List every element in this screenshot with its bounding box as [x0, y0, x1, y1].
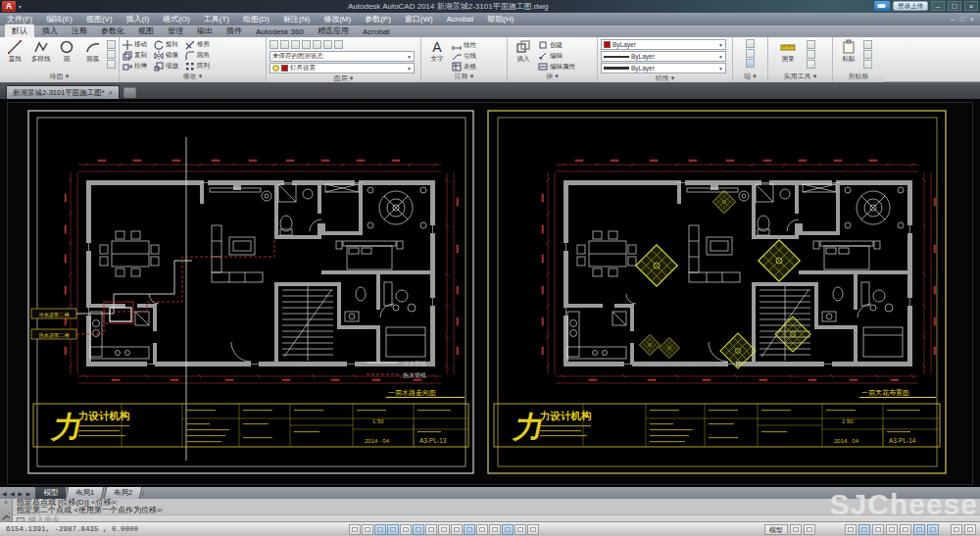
quick-access-dropdown-icon[interactable]: ▾: [19, 3, 22, 10]
infer-constraints-toggle[interactable]: [349, 524, 361, 535]
transparency-toggle[interactable]: [489, 524, 501, 535]
command-close-icon[interactable]: ×: [4, 500, 8, 506]
selection-cycling-toggle[interactable]: [514, 524, 526, 535]
trim-tool-button[interactable]: 修剪: [185, 40, 210, 50]
polar-toggle[interactable]: [400, 524, 412, 535]
layer-prev-icon[interactable]: [334, 40, 343, 49]
leader-button[interactable]: 引线: [452, 51, 476, 61]
panel-label-annotate[interactable]: 注释 ▾: [421, 72, 507, 82]
id-point-icon[interactable]: [807, 60, 815, 69]
autoscale-icon[interactable]: [872, 524, 884, 535]
command-line-window[interactable]: × 指定基点或 [位移(D)] <位移>: 指定第二个点或 <使用第一个点作为位…: [0, 499, 980, 521]
edit-attributes-button[interactable]: 编辑属性: [538, 62, 575, 72]
osnap-toggle[interactable]: [413, 524, 424, 535]
create-block-button[interactable]: 创建: [538, 40, 575, 50]
panel-label-block[interactable]: 块 ▾: [508, 72, 597, 82]
autocad-app-icon[interactable]: A: [2, 1, 16, 12]
ribbon-tab-autodesk360[interactable]: Autodesk 360: [249, 26, 311, 37]
layer-properties-icon[interactable]: [270, 40, 278, 49]
close-button[interactable]: ×: [964, 1, 978, 11]
match-properties-icon[interactable]: [863, 60, 872, 69]
menu-acrobat[interactable]: Acrobat: [440, 15, 481, 24]
annotation-scale-icon[interactable]: [845, 524, 857, 535]
dyn-input-toggle[interactable]: [464, 524, 475, 535]
circle-tool-button[interactable]: 圆: [55, 39, 79, 64]
ribbon-tab-featured-apps[interactable]: 精选应用: [311, 24, 356, 37]
layer-isolate-icon[interactable]: [291, 40, 300, 49]
file-tab-close-icon[interactable]: ×: [109, 89, 113, 96]
layout-nav-icons[interactable]: ◀ ◀ ▶ ▶: [2, 490, 31, 497]
lineweight-toggle[interactable]: [476, 524, 488, 535]
menu-parametric[interactable]: 参数(P): [358, 14, 398, 24]
document-window-controls[interactable]: – □ ×: [951, 16, 976, 23]
minimize-button[interactable]: –: [931, 1, 945, 11]
menu-window[interactable]: 窗口(W): [398, 14, 440, 24]
autodesk360-cloud-icon[interactable]: [874, 1, 890, 11]
mirror-tool-button[interactable]: 镜像: [154, 51, 178, 61]
workspace-switch-icon[interactable]: [886, 524, 898, 535]
ribbon-tab-output[interactable]: 输出: [190, 24, 220, 37]
layer-dropdown[interactable]: 灯具设置▼: [270, 63, 415, 73]
3dosnap-toggle[interactable]: [425, 524, 437, 535]
isolate-objects-icon[interactable]: [913, 524, 925, 535]
ribbon-tab-parametric[interactable]: 参数化: [94, 24, 131, 37]
fillet-tool-button[interactable]: 圆角: [185, 51, 210, 61]
ribbon-tab-acrobat[interactable]: Acrobat: [356, 26, 397, 37]
panel-label-clipboard[interactable]: 剪贴板: [833, 72, 884, 82]
copy-tool-button[interactable]: 复制: [122, 51, 147, 61]
new-drawing-tab-button[interactable]: [123, 87, 136, 98]
polyline-tool-button[interactable]: 多段线: [29, 39, 54, 64]
otrack-toggle[interactable]: [438, 524, 450, 535]
left-sheet-water-plan[interactable]: 冷水进第二楼 热水进第二楼 冷水管线 热水管线 一层水路走向图 力 力设计机构: [27, 110, 474, 474]
quick-view-layouts-icon[interactable]: [804, 524, 815, 535]
layer-off-icon[interactable]: [280, 40, 289, 49]
panel-label-group[interactable]: 组 ▾: [733, 72, 767, 82]
ribbon-tab-manage[interactable]: 管理: [161, 24, 190, 37]
paste-button[interactable]: 粘贴: [836, 39, 861, 64]
layer-state-dropdown[interactable]: 未保存的图层状态▼: [270, 51, 415, 62]
status-overflow-icon[interactable]: [951, 524, 962, 535]
scale-tool-button[interactable]: 缩放: [154, 62, 178, 72]
menu-help[interactable]: 帮助(H): [480, 14, 520, 24]
ribbon-tab-annotate[interactable]: 注释: [65, 24, 94, 37]
restore-button[interactable]: □: [948, 1, 961, 11]
drawing-canvas[interactable]: 冷水进第二楼 热水进第二楼 冷水管线 热水管线 一层水路走向图 力 力设计机构: [0, 99, 980, 487]
sign-in-button[interactable]: 登录上传: [893, 1, 928, 11]
quick-select-icon[interactable]: [807, 40, 815, 49]
ellipse-tool-icon[interactable]: [107, 50, 116, 59]
lineweight-dropdown[interactable]: ByLayer▼: [601, 63, 726, 73]
quick-view-drawings-icon[interactable]: [790, 524, 802, 535]
layer-freeze-icon[interactable]: [302, 40, 311, 49]
toolbar-lock-icon[interactable]: [900, 524, 911, 535]
ribbon-tab-plugins[interactable]: 插件: [220, 24, 249, 37]
ribbon-tab-view[interactable]: 视图: [131, 24, 161, 37]
right-sheet-ceiling-plan[interactable]: 一层天花布置图 力 力设计机构 1:50 2014 . 04 A3-PL-14: [487, 110, 947, 474]
layer-lock-icon[interactable]: [313, 40, 321, 49]
group-selection-icon[interactable]: [746, 59, 755, 68]
arc-tool-button[interactable]: 圆弧: [81, 39, 106, 64]
ducs-toggle[interactable]: [451, 524, 463, 535]
array-tool-button[interactable]: 阵列: [185, 62, 210, 72]
copy-clip-icon[interactable]: [863, 50, 872, 59]
cut-icon[interactable]: [863, 40, 872, 49]
object-color-dropdown[interactable]: ByLayer▼: [601, 39, 726, 50]
annotation-visibility-icon[interactable]: [858, 524, 870, 535]
line-tool-button[interactable]: 直线: [3, 39, 27, 64]
menu-modify[interactable]: 修改(M): [317, 14, 358, 24]
menu-dimension[interactable]: 标注(N): [276, 14, 317, 24]
grid-toggle[interactable]: [374, 524, 386, 535]
menu-edit[interactable]: 编辑(E): [39, 14, 79, 24]
file-tab[interactable]: 新湖景城2-3101平面施工图* ×: [6, 85, 120, 99]
edit-block-button[interactable]: 编辑: [538, 51, 575, 61]
quick-calc-icon[interactable]: [807, 50, 815, 59]
menu-tools[interactable]: 工具(T): [197, 14, 236, 24]
hardware-accel-icon[interactable]: [927, 524, 939, 535]
rotate-tool-button[interactable]: 旋转: [154, 40, 178, 50]
text-tool-button[interactable]: A 文字: [424, 39, 450, 64]
menu-draw[interactable]: 绘图(D): [236, 14, 276, 24]
measure-button[interactable]: 测量: [771, 39, 805, 64]
insert-block-button[interactable]: 插入: [511, 39, 536, 64]
linear-dimension-button[interactable]: 线性: [452, 40, 476, 50]
table-button[interactable]: 表格: [452, 62, 476, 72]
move-tool-button[interactable]: 移动: [122, 40, 147, 50]
